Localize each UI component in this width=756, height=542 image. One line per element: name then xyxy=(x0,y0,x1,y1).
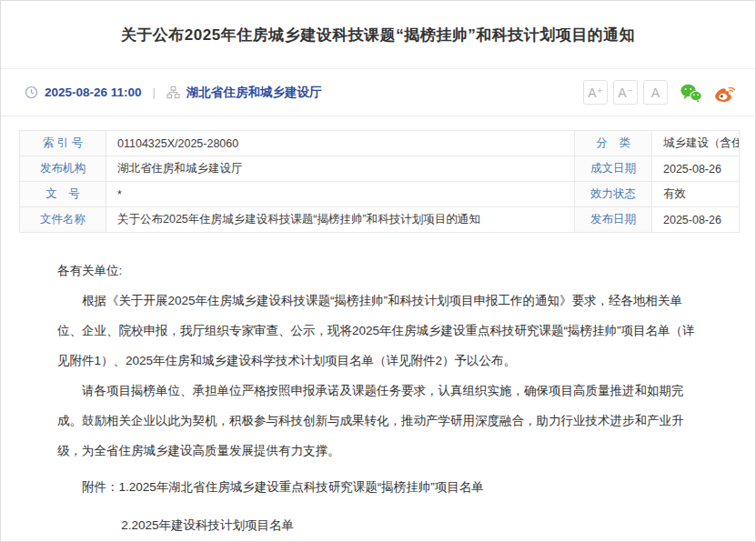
source-name: 湖北省住房和城乡建设厅 xyxy=(186,85,322,101)
table-row: 发布机构 湖北省住房和城乡建设厅 成文日期 2025-08-26 xyxy=(20,156,740,182)
paragraph-1: 根据《关于开展2025年住房城乡建设科技课题“揭榜挂帅”和科技计划项目申报工作的… xyxy=(57,286,701,376)
title-block: 关于公布2025年住房城乡建设科技课题“揭榜挂帅”和科技计划项目的通知 xyxy=(1,1,755,69)
table-row: 索 引 号 01104325X/2025-28060 分 类 城乡建设（含住房） xyxy=(20,131,740,156)
issuing-org-label: 发布机构 xyxy=(20,156,106,182)
publish-time: 2025-08-26 11:00 xyxy=(45,85,142,99)
attachment-item-1: 附件：1.2025年湖北省住房城乡建设重点科技研究课题“揭榜挂帅”项目名单 xyxy=(57,472,701,502)
font-reset-button[interactable]: A xyxy=(643,80,668,105)
wechat-share-icon[interactable] xyxy=(679,82,702,104)
doc-number-value: * xyxy=(106,182,575,207)
issuing-org-value: 湖北省住房和城乡建设厅 xyxy=(106,156,575,182)
publish-date-value: 2025-08-26 xyxy=(652,207,740,233)
weibo-share-icon[interactable] xyxy=(713,82,737,104)
table-row: 文 号 * 效力状态 有效 xyxy=(20,182,740,207)
doc-number-label: 文 号 xyxy=(20,182,106,207)
clock-icon xyxy=(25,85,38,99)
category-label: 分 类 xyxy=(575,131,652,156)
index-number-value: 01104325X/2025-28060 xyxy=(106,131,575,156)
meta-bar: 2025-08-26 11:00 | 湖北省住房和城乡建设厅 A⁺ A⁻ A xyxy=(1,69,755,116)
attachments-section: 附件：1.2025年湖北省住房城乡建设重点科技研究课题“揭榜挂帅”项目名单 2.… xyxy=(57,472,701,540)
written-date-value: 2025-08-26 xyxy=(652,156,740,182)
index-number-label: 索 引 号 xyxy=(20,131,106,156)
document-body: 各有关单位: 根据《关于开展2025年住房城乡建设科技课题“揭榜挂帅”和科技计划… xyxy=(1,233,755,542)
notice-page: 关于公布2025年住房城乡建设科技课题“揭榜挂帅”和科技计划项目的通知 2025… xyxy=(0,0,756,542)
doc-name-label: 文件名称 xyxy=(20,207,106,233)
meta-separator: | xyxy=(153,85,156,99)
meta-info: 2025-08-26 11:00 | 湖北省住房和城乡建设厅 xyxy=(25,85,322,101)
publish-date-label: 发布日期 xyxy=(575,207,652,233)
page-title: 关于公布2025年住房城乡建设科技课题“揭榜挂帅”和科技计划项目的通知 xyxy=(121,25,635,45)
paragraph-2: 请各项目揭榜单位、承担单位严格按照申报承诺及课题任务要求，认真组织实施，确保项目… xyxy=(57,376,701,466)
source-org-icon xyxy=(166,85,180,99)
attachment-item-2: 2.2025年建设科技计划项目名单 xyxy=(57,510,701,540)
document-info-table: 索 引 号 01104325X/2025-28060 分 类 城乡建设（含住房）… xyxy=(19,130,740,233)
written-date-label: 成文日期 xyxy=(575,156,652,182)
category-value: 城乡建设（含住房） xyxy=(652,131,740,156)
table-row: 文件名称 关于公布2025年住房城乡建设科技课题“揭榜挂帅”和科技计划项目的通知… xyxy=(20,207,740,233)
font-decrease-button[interactable]: A⁻ xyxy=(613,80,638,105)
doc-name-value: 关于公布2025年住房城乡建设科技课题“揭榜挂帅”和科技计划项目的通知 xyxy=(106,207,575,233)
font-increase-button[interactable]: A⁺ xyxy=(583,80,608,105)
validity-label: 效力状态 xyxy=(575,182,652,207)
validity-value: 有效 xyxy=(652,182,740,207)
salutation: 各有关单位: xyxy=(57,256,701,286)
meta-tools: A⁺ A⁻ A xyxy=(578,80,737,105)
